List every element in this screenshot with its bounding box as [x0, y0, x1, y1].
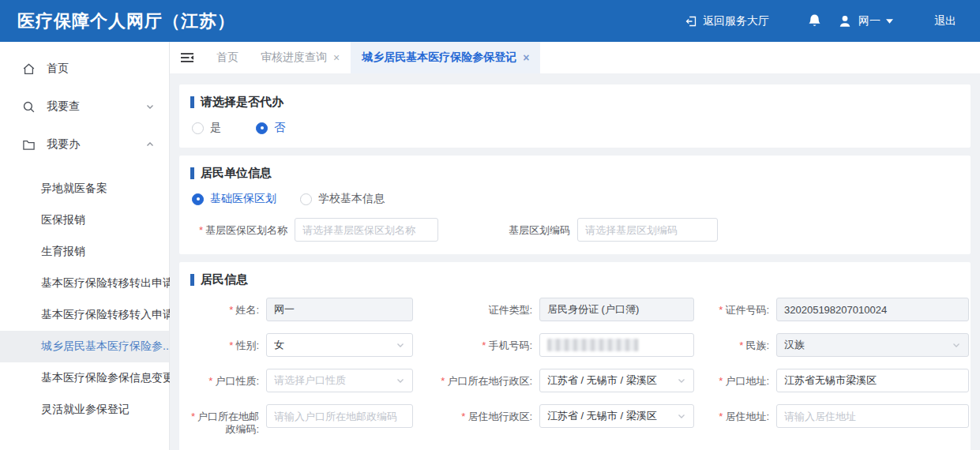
radio-circle — [192, 122, 204, 134]
bell-icon — [807, 13, 822, 28]
radio-basic-district[interactable]: 基础医保区划 — [192, 192, 276, 206]
live-region-field: *居住地行政区: 江苏省 / 无锡市 / 梁溪区 — [413, 404, 694, 428]
logout-button[interactable]: 退出 — [934, 14, 956, 28]
district-name-input[interactable] — [295, 218, 438, 242]
radio-basic-district-label: 基础医保区划 — [210, 192, 276, 206]
district-code-field: 基层区划编码 — [465, 218, 718, 242]
sidebar-subitem-remote-record[interactable]: 异地就医备案 — [0, 173, 169, 204]
district-name-field: *基层医保区划名称 — [190, 218, 438, 242]
radio-school-info[interactable]: 学校基本信息 — [300, 192, 385, 206]
sidebar-item-home[interactable]: 首页 — [0, 50, 169, 88]
sidebar-subitem-transfer-out[interactable]: 基本医疗保险转移转出申请 — [0, 268, 169, 299]
hukou-type-label: *户口性质: — [190, 369, 266, 388]
radio-school-info-label: 学校基本信息 — [318, 192, 385, 206]
username-label: 网一 — [858, 14, 880, 28]
folder-icon — [21, 137, 36, 152]
resident-title-text: 居民信息 — [201, 273, 248, 286]
close-icon[interactable]: × — [333, 52, 340, 63]
sidebar-subitem-flexible-register[interactable]: 灵活就业参保登记 — [0, 394, 169, 426]
required-asterisk: * — [719, 304, 723, 316]
cert-no-input — [776, 298, 969, 321]
body-wrap: 首页 我要查 我要办 异地就医备案 — [0, 42, 980, 450]
live-region-label: *居住地行政区: — [413, 404, 539, 423]
tab-resident-register[interactable]: 城乡居民基本医疗保险参保登记 × — [351, 42, 540, 73]
district-name-label: *基层医保区划名称 — [190, 218, 295, 237]
hukou-type-select[interactable]: 请选择户口性质 — [266, 369, 413, 392]
phone-field: *手机号码: — [413, 333, 694, 357]
required-asterisk: * — [461, 411, 465, 422]
required-asterisk: * — [208, 375, 212, 387]
form-content: 请选择是否代办 是 否 — [170, 73, 980, 450]
required-asterisk: * — [441, 375, 445, 387]
notification-button[interactable] — [807, 13, 822, 28]
return-hall-button[interactable]: 返回服务大厅 — [685, 14, 769, 28]
gender-field: *性别: 女 — [190, 333, 413, 357]
search-icon — [21, 99, 36, 114]
live-region-value: 江苏省 / 无锡市 / 梁溪区 — [547, 409, 672, 423]
phone-input[interactable] — [539, 333, 694, 357]
gender-select[interactable]: 女 — [266, 333, 413, 357]
collapse-menu-icon[interactable] — [180, 51, 194, 64]
hukou-type-field: *户口性质: 请选择户口性质 — [190, 369, 413, 392]
tab-resident-register-label: 城乡居民基本医疗保险参保登记 — [362, 51, 516, 65]
sidebar-subitem-resident-register[interactable]: 城乡居民基本医疗保险参... — [0, 331, 169, 362]
ethnic-select: 汉族 — [776, 333, 969, 357]
return-hall-label: 返回服务大厅 — [703, 14, 769, 28]
exit-door-icon — [685, 15, 697, 28]
home-icon — [21, 62, 36, 76]
phone-label: *手机号码: — [413, 333, 539, 352]
hukou-addr-input[interactable] — [776, 369, 969, 392]
live-addr-label: *居住地址: — [694, 404, 776, 423]
district-code-input[interactable] — [577, 218, 718, 242]
close-icon[interactable]: × — [523, 52, 529, 63]
radio-circle — [192, 193, 204, 205]
hukou-region-select[interactable]: 江苏省 / 无锡市 / 梁溪区 — [539, 369, 694, 392]
chevron-down-icon — [396, 376, 405, 385]
sidebar-subitem-info-change[interactable]: 基本医疗保险参保信息变更 — [0, 362, 169, 394]
masked-phone-value — [547, 339, 639, 351]
unit-section-title: 居民单位信息 — [190, 167, 959, 179]
sidebar-item-handle[interactable]: 我要办 — [0, 126, 169, 163]
gender-label: *性别: — [190, 333, 266, 352]
resident-row-3: *户口性质: 请选择户口性质 *户口所在地行政区: 江苏省 / 无锡市 / 梁溪… — [190, 369, 959, 392]
required-asterisk: * — [739, 339, 743, 351]
sidebar-submenu: 异地就医备案 医保报销 生育报销 基本医疗保险转移转出申请 基本医疗保险转移转入… — [0, 173, 169, 426]
resident-row-2: *性别: 女 *手机号码: — [190, 333, 959, 357]
required-asterisk: * — [719, 375, 723, 387]
hukou-zip-input[interactable] — [266, 404, 413, 428]
unit-radio-group: 基础医保区划 学校基本信息 — [192, 192, 959, 206]
tab-audit-progress[interactable]: 审核进度查询 × — [250, 42, 351, 73]
radio-agency-yes-label: 是 — [210, 121, 221, 135]
required-asterisk: * — [199, 224, 203, 236]
name-input — [266, 298, 413, 321]
radio-agency-yes[interactable]: 是 — [192, 121, 221, 135]
sidebar-item-home-label: 首页 — [47, 62, 69, 76]
sidebar-item-query[interactable]: 我要查 — [0, 88, 169, 126]
radio-circle — [256, 122, 268, 134]
main-area: 首页 审核进度查询 × 城乡居民基本医疗保险参保登记 × 请选择是否代办 — [170, 42, 980, 450]
tab-home-label: 首页 — [216, 51, 238, 65]
section-marker — [190, 167, 194, 179]
sidebar-subitem-transfer-in[interactable]: 基本医疗保险转移转入申请 — [0, 299, 169, 331]
cert-type-field: 证件类型: — [413, 298, 694, 321]
radio-agency-no[interactable]: 否 — [256, 121, 285, 135]
hukou-region-label: *户口所在地行政区: — [413, 369, 539, 388]
live-region-select[interactable]: 江苏省 / 无锡市 / 梁溪区 — [539, 404, 694, 428]
agency-radio-group: 是 否 — [192, 121, 959, 135]
user-menu[interactable]: 网一 — [838, 14, 893, 28]
live-addr-input[interactable] — [776, 404, 969, 428]
hukou-addr-field: *户口地址: — [694, 369, 969, 392]
hukou-region-value: 江苏省 / 无锡市 / 梁溪区 — [547, 373, 672, 388]
radio-circle — [300, 193, 312, 205]
tab-home[interactable]: 首页 — [205, 42, 250, 73]
cert-no-field: *证件号码: — [694, 298, 969, 321]
agency-section: 请选择是否代办 是 否 — [179, 84, 971, 148]
name-label: *姓名: — [190, 298, 266, 317]
top-header: 医疗保障个人网厅（江苏） 返回服务大厅 网一 — [0, 0, 980, 42]
sidebar-subitem-maternity-reimburse[interactable]: 生育报销 — [0, 236, 169, 268]
sidebar-subitem-medical-reimburse[interactable]: 医保报销 — [0, 204, 169, 236]
hukou-addr-label: *户口地址: — [694, 369, 776, 388]
cert-type-label: 证件类型: — [413, 298, 539, 317]
chevron-down-icon — [952, 340, 961, 350]
name-field: *姓名: — [190, 298, 413, 321]
